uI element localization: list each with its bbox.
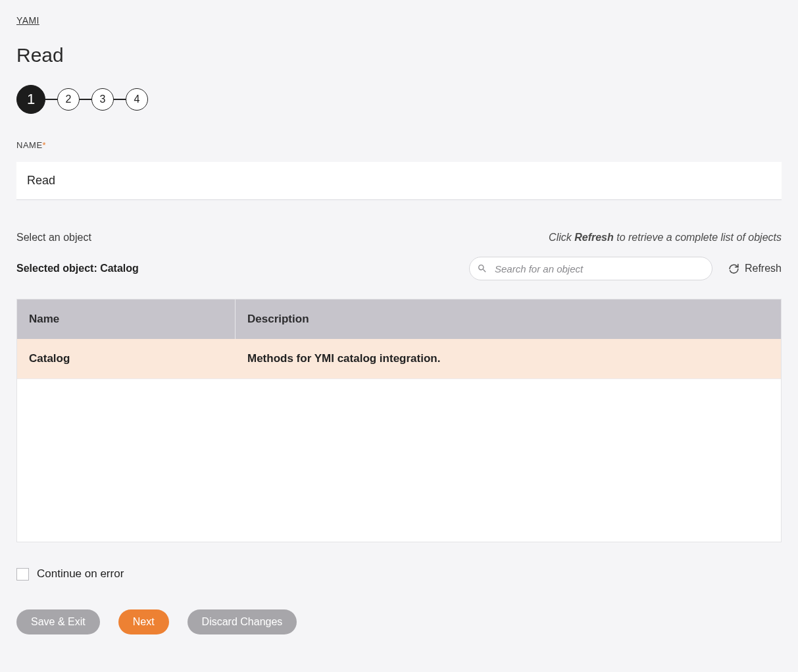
- discard-changes-button[interactable]: Discard Changes: [187, 609, 297, 634]
- table-header-row: Name Description: [17, 299, 781, 339]
- footer-buttons: Save & Exit Next Discard Changes: [16, 609, 782, 634]
- refresh-button[interactable]: Refresh: [728, 263, 782, 274]
- table-header-description[interactable]: Description: [236, 299, 781, 339]
- step-connector: [45, 99, 57, 100]
- continue-on-error-label[interactable]: Continue on error: [37, 567, 124, 581]
- step-3[interactable]: 3: [91, 88, 114, 111]
- step-2[interactable]: 2: [57, 88, 80, 111]
- refresh-label: Refresh: [745, 263, 782, 274]
- selected-object-text: Selected object: Catalog: [16, 263, 139, 274]
- continue-on-error-checkbox[interactable]: [16, 568, 29, 581]
- hint-prefix: Click: [549, 232, 574, 243]
- page-title: Read: [16, 44, 782, 66]
- search-input[interactable]: [469, 257, 712, 280]
- name-input[interactable]: [16, 162, 782, 200]
- step-connector: [80, 99, 91, 100]
- hint-suffix: to retrieve a complete list of objects: [614, 232, 782, 243]
- hint-bold: Refresh: [574, 232, 614, 243]
- step-connector: [114, 99, 126, 100]
- select-object-label: Select an object: [16, 232, 91, 244]
- table-row[interactable]: Catalog Methods for YMI catalog integrat…: [17, 339, 781, 379]
- selected-object-prefix: Selected object:: [16, 263, 100, 274]
- table-cell-description: Methods for YMI catalog integration.: [236, 339, 781, 378]
- object-table: Name Description Catalog Methods for YMI…: [16, 299, 782, 542]
- stepper: 1 2 3 4: [16, 85, 782, 114]
- refresh-hint: Click Refresh to retrieve a complete lis…: [549, 232, 782, 244]
- step-1[interactable]: 1: [16, 85, 45, 114]
- selected-object-value: Catalog: [100, 263, 139, 274]
- table-header-name[interactable]: Name: [17, 299, 236, 339]
- next-button[interactable]: Next: [118, 609, 169, 634]
- table-cell-name: Catalog: [17, 339, 236, 378]
- save-exit-button[interactable]: Save & Exit: [16, 609, 100, 634]
- breadcrumb[interactable]: YAMI: [16, 15, 39, 26]
- search-icon: [477, 263, 487, 274]
- name-label-text: NAME: [16, 140, 43, 150]
- required-marker: *: [43, 140, 47, 150]
- name-field-label: NAME*: [16, 140, 782, 150]
- step-4[interactable]: 4: [126, 88, 148, 111]
- search-wrap: [469, 257, 712, 280]
- refresh-icon: [728, 263, 739, 274]
